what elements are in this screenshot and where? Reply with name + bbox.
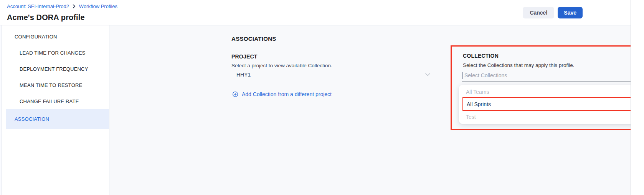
breadcrumb: Account: SEI-Internal-Prod2 Workflow Pro… <box>7 3 117 9</box>
collection-input-placeholder: Select Collections <box>464 72 507 78</box>
sidebar-item-configuration[interactable]: CONFIGURATION <box>2 28 109 45</box>
cancel-button[interactable]: Cancel <box>523 7 554 18</box>
associations-panel: ASSOCIATIONS PROJECT Select a project to… <box>110 25 631 195</box>
page-header: Account: SEI-Internal-Prod2 Workflow Pro… <box>0 0 631 25</box>
page-title: Acme's DORA profile <box>7 13 85 22</box>
sidebar-item-association[interactable]: ASSOCIATION <box>6 109 109 129</box>
dropdown-option-all-teams[interactable]: All Teams <box>459 87 644 97</box>
chevron-right-icon <box>73 4 76 8</box>
associations-section-title: ASSOCIATIONS <box>231 35 276 42</box>
add-collection-link-label: Add Collection from a different project <box>242 91 332 97</box>
sidebar-item-deployment-frequency[interactable]: DEPLOYMENT FREQUENCY <box>2 61 109 77</box>
text-cursor <box>462 72 462 79</box>
collection-description: Select the Collections that may apply th… <box>463 62 574 68</box>
dropdown-option-all-sprints[interactable]: All Sprints <box>462 97 644 111</box>
project-select-value: HHY1 <box>236 72 251 78</box>
breadcrumb-workflow-profiles-link[interactable]: Workflow Profiles <box>79 3 117 9</box>
breadcrumb-account-link[interactable]: Account: SEI-Internal-Prod2 <box>7 3 69 9</box>
collection-search-input[interactable]: Select Collections <box>462 70 644 82</box>
collection-heading: COLLECTION <box>463 53 499 59</box>
project-heading: PROJECT <box>231 53 258 60</box>
plus-circle-icon <box>232 91 238 97</box>
sidebar-item-mean-time-to-restore[interactable]: MEAN TIME TO RESTORE <box>2 77 109 93</box>
sidebar-item-change-failure-rate[interactable]: CHANGE FAILURE RATE <box>2 93 109 109</box>
left-edge-strip <box>0 25 2 195</box>
dropdown-option-test[interactable]: Test <box>459 111 644 123</box>
sidebar-item-lead-time-for-changes[interactable]: LEAD TIME FOR CHANGES <box>2 45 109 61</box>
right-rail <box>631 0 644 195</box>
collection-dropdown-menu: All Teams All Sprints Test <box>459 85 644 124</box>
save-button[interactable]: Save <box>558 7 583 18</box>
collection-annotation-box: COLLECTION Select the Collections that m… <box>451 45 644 130</box>
project-description: Select a project to view available Colle… <box>231 63 332 68</box>
project-select[interactable]: HHY1 <box>231 68 434 81</box>
workflow-profile-page: Account: SEI-Internal-Prod2 Workflow Pro… <box>0 0 644 195</box>
content-area: CONFIGURATION LEAD TIME FOR CHANGES DEPL… <box>0 25 631 195</box>
header-actions: Cancel Save <box>523 7 583 18</box>
add-collection-link[interactable]: Add Collection from a different project <box>232 91 332 97</box>
sidebar-nav: CONFIGURATION LEAD TIME FOR CHANGES DEPL… <box>2 25 109 195</box>
chevron-down-icon <box>425 73 430 76</box>
